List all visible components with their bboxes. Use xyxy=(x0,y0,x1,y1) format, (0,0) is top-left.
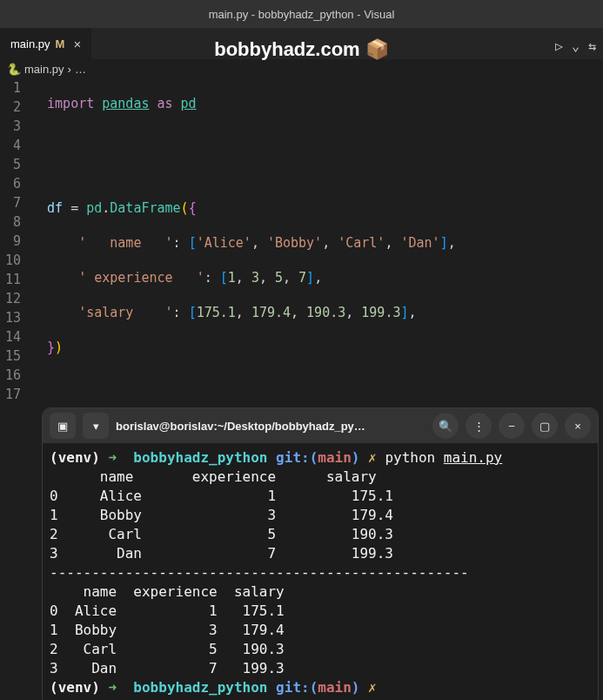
run-icon[interactable]: ▷ xyxy=(555,38,563,54)
close-icon[interactable]: × xyxy=(565,413,591,439)
tab-modified-icon: M xyxy=(56,37,65,50)
search-icon[interactable]: 🔍 xyxy=(432,413,459,439)
maximize-icon[interactable]: ▢ xyxy=(532,413,558,439)
breadcrumb-more: … xyxy=(75,63,86,76)
window-titlebar: main.py - bobbyhadz_python - Visual xyxy=(0,0,603,28)
tab-bar: main.py M × xyxy=(0,28,603,59)
new-tab-icon[interactable]: ▣ xyxy=(50,413,76,439)
tab-close-icon[interactable]: × xyxy=(70,37,84,51)
split-icon[interactable]: ⇆ xyxy=(588,38,596,54)
terminal-header[interactable]: ▣ ▾ borislav@borislav:~/Desktop/bobbyhad… xyxy=(43,408,598,443)
minimize-icon[interactable]: − xyxy=(499,413,525,439)
dropdown-icon[interactable]: ▾ xyxy=(83,413,109,439)
window-title: main.py - bobbyhadz_python - Visual xyxy=(209,8,395,21)
breadcrumb[interactable]: 🐍 main.py › … xyxy=(0,59,603,78)
terminal-window: ▣ ▾ borislav@borislav:~/Desktop/bobbyhad… xyxy=(42,407,599,700)
menu-icon[interactable]: ⋮ xyxy=(466,413,492,439)
line-numbers: 1234567891011121314151617 xyxy=(0,78,31,700)
terminal-title: borislav@borislav:~/Desktop/bobbyhadz_py… xyxy=(116,420,425,433)
editor-actions: ▷ ⌄ ⇆ xyxy=(555,38,596,54)
tab-label: main.py xyxy=(10,37,50,50)
terminal-output[interactable]: (venv) ➜ bobbyhadz_python git:(main) ✗ p… xyxy=(43,443,598,700)
python-file-icon: 🐍 xyxy=(7,63,21,76)
tab-main-py[interactable]: main.py M × xyxy=(0,28,91,59)
breadcrumb-sep: › xyxy=(68,63,71,76)
run-dropdown-icon[interactable]: ⌄ xyxy=(572,38,580,54)
breadcrumb-file: main.py xyxy=(24,63,64,76)
